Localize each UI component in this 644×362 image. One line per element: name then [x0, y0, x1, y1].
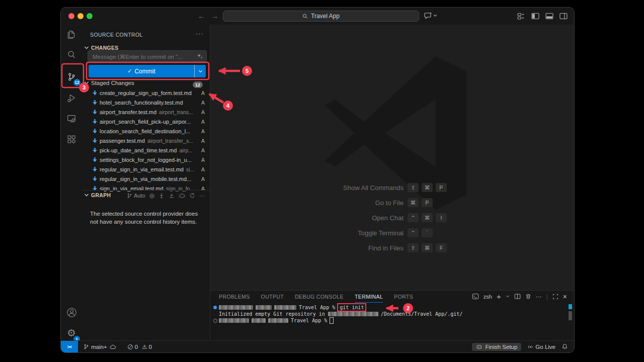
file-name: create_regular_sign_up_form.test.md [100, 90, 192, 96]
cloud-icon[interactable] [179, 193, 185, 199]
scm-file-row[interactable]: settings_block_for_not_logged-in_u... A [82, 155, 210, 164]
terminal-line-3: Travel App % [219, 317, 334, 324]
more-actions-icon[interactable]: ··· [196, 30, 204, 37]
toggle-sidebar-icon[interactable] [531, 12, 539, 20]
traffic-zoom-button[interactable] [87, 13, 93, 19]
accounts-icon[interactable] [61, 302, 82, 322]
key-letter: F [436, 243, 447, 252]
customize-layout-icon[interactable] [517, 12, 525, 20]
new-terminal-icon[interactable]: + [497, 292, 501, 301]
scm-file-row[interactable]: pick-up_date_and_time.test.md airp... A [82, 145, 210, 155]
key-shift: ⇧ [408, 243, 419, 252]
file-name: airport_transfer.test.md [100, 109, 156, 115]
fetch-icon[interactable] [158, 193, 165, 199]
nav-back-icon[interactable]: ← [198, 11, 205, 21]
graph-more-icon[interactable]: ··· [199, 193, 205, 199]
tab-output[interactable]: OUTPUT [261, 291, 284, 303]
git-output-path: /Documents/Travel App/.git/ [381, 311, 463, 317]
chevron-down-icon [433, 14, 437, 18]
scm-file-row[interactable]: passenger.test.md airport_transfer_s... … [82, 136, 210, 145]
file-name: airport_search_field_pick-up_airpor... [100, 119, 191, 125]
activity-bar: 12 ⚙ 1 [61, 25, 83, 341]
command-success-dot [213, 306, 217, 309]
shell-label[interactable]: zsh [484, 294, 492, 300]
extensions-icon[interactable] [61, 129, 82, 149]
redacted-text [252, 318, 266, 323]
commit-button-label: Commit [134, 68, 155, 75]
scm-file-row[interactable]: location_search_field_destination_l... A [82, 126, 210, 136]
panel-title: SOURCE CONTROL [90, 32, 143, 38]
split-terminal-icon[interactable] [514, 293, 521, 300]
bottom-panel: PROBLEMS OUTPUT DEBUG CONSOLE TERMINAL P… [210, 290, 574, 341]
graph-branch-auto[interactable]: Auto [127, 193, 145, 199]
branch-status[interactable]: main+ [84, 343, 116, 350]
chevron-down-icon [84, 81, 89, 85]
traffic-minimize-button[interactable] [77, 13, 84, 19]
file-name: hotel_search_functionality.test.md [100, 100, 183, 106]
panel-more-icon[interactable]: ··· [536, 293, 542, 300]
refresh-icon[interactable] [189, 193, 195, 199]
staged-add-icon [92, 166, 98, 172]
commit-dropdown-button[interactable] [194, 65, 206, 77]
file-status: A [201, 100, 205, 106]
maximize-panel-icon[interactable] [552, 294, 558, 300]
terminal-prompt: Travel App % [299, 304, 335, 311]
tab-ports[interactable]: PORTS [394, 291, 413, 303]
shortcut-row: Show All Commands ⇧ ⌘ P [237, 183, 447, 193]
chevron-down-icon [198, 69, 203, 73]
file-name: regular_sign_in_via_mobile.test.md... [100, 176, 191, 182]
staged-count-badge: 12 [193, 81, 203, 88]
problems-status[interactable]: 0 ⚠ 0 [127, 343, 152, 350]
nav-forward-icon[interactable]: → [211, 11, 218, 21]
tab-problems[interactable]: PROBLEMS [219, 291, 250, 303]
toggle-panel-icon[interactable] [545, 12, 553, 20]
finish-setup-button[interactable]: Finish Setup [472, 343, 521, 351]
key-cmd: ⌘ [422, 243, 433, 252]
command-center-search[interactable]: Travel App [223, 11, 419, 22]
commit-message-input[interactable] [92, 51, 189, 62]
finish-setup-label: Finish Setup [485, 344, 517, 350]
file-status: A [201, 109, 205, 115]
tab-terminal[interactable]: TERMINAL [355, 291, 383, 303]
scm-file-row[interactable]: regular_sign_in_via_email.test.md si... … [82, 164, 210, 174]
remote-explorer-icon[interactable] [61, 109, 82, 129]
close-panel-icon[interactable]: × [563, 293, 567, 301]
go-live-button[interactable]: Go Live [527, 344, 555, 350]
graph-section-header[interactable]: GRAPH [84, 192, 111, 198]
settings-gear-icon[interactable]: ⚙ 1 [61, 323, 82, 343]
graph-toolbar: Auto ◎ ··· [127, 192, 205, 199]
file-status: A [201, 128, 205, 134]
bell-icon[interactable] [561, 343, 568, 350]
sparkle-icon[interactable] [197, 53, 203, 59]
source-control-icon[interactable]: 12 [61, 67, 82, 87]
scrollbar-thumb[interactable] [569, 311, 572, 320]
explorer-icon[interactable] [61, 25, 82, 45]
toggle-secondary-sidebar-icon[interactable] [559, 12, 568, 20]
scm-file-row[interactable]: create_regular_sign_up_form.test.md A [82, 88, 210, 98]
scm-file-row[interactable]: hotel_search_functionality.test.md A [82, 98, 210, 107]
staged-changes-header[interactable]: Staged Changes [84, 80, 134, 86]
search-view-icon[interactable] [61, 45, 82, 65]
target-icon[interactable]: ◎ [149, 192, 154, 199]
terminal-cursor[interactable] [330, 317, 334, 324]
file-desc: airport_trans... [159, 109, 198, 115]
file-status: A [201, 147, 205, 153]
chevron-down-icon[interactable] [506, 295, 510, 298]
staged-add-icon [92, 109, 98, 115]
scm-file-row[interactable]: regular_sign_in_via_mobile.test.md... A [82, 174, 210, 184]
scm-file-row[interactable]: airport_transfer.test.md airport_trans..… [82, 107, 210, 117]
traffic-close-button[interactable] [68, 13, 74, 19]
scm-file-row[interactable]: airport_search_field_pick-up_airpor... A [82, 117, 210, 126]
go-live-label: Go Live [535, 344, 555, 350]
commit-button[interactable]: ✓ Commit [89, 65, 206, 77]
toolbar-divider: | [546, 293, 548, 300]
trash-icon[interactable] [525, 293, 531, 300]
pull-icon[interactable] [169, 193, 175, 199]
panel-toolbar: zsh + ··· | × [472, 292, 567, 301]
tab-debug-console[interactable]: DEBUG CONSOLE [295, 291, 344, 303]
command-pending-dot [213, 319, 217, 323]
file-desc: airp... [179, 147, 198, 153]
chat-toggle-button[interactable] [424, 12, 437, 20]
remote-indicator[interactable]: >< [61, 341, 78, 352]
run-debug-icon[interactable] [61, 88, 82, 108]
